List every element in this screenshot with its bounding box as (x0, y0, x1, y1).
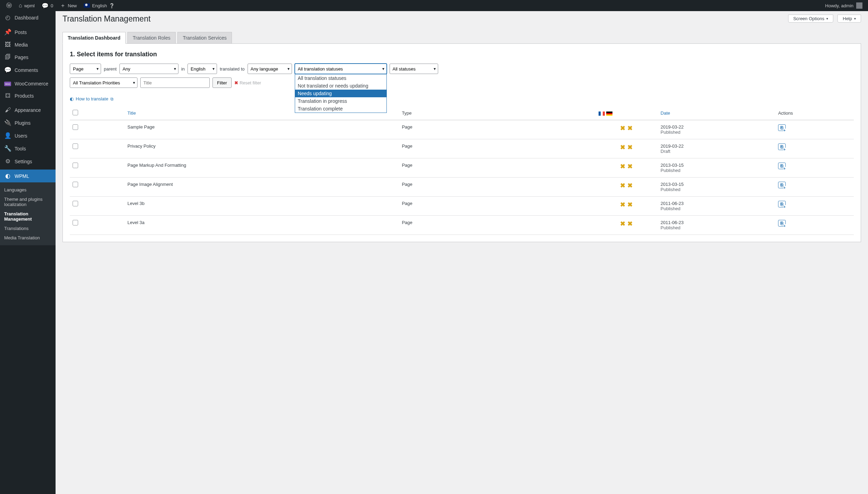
tab-dashboard[interactable]: Translation Dashboard (62, 32, 126, 44)
parent-select[interactable]: Any (119, 64, 178, 74)
submenu-media-translation[interactable]: Media Translation (0, 233, 56, 242)
row-checkbox[interactable] (73, 163, 78, 168)
table-row: Level 3b Page ✖✖ 2011-06-23Published ⎘ (70, 197, 854, 216)
sidebar-item-tools[interactable]: 🔧Tools (0, 142, 56, 155)
row-pub-status: Published (661, 168, 681, 173)
admin-sidebar: ◴Dashboard 📌Posts 🖾Media 🗐Pages 💬Comment… (0, 11, 56, 494)
row-type: Page (399, 139, 595, 158)
table-row: Sample Page Page ✖✖ 2019-03-22Published … (70, 120, 854, 139)
status-select-wrap: All translation statuses All translation… (295, 64, 387, 74)
add-translation-button[interactable]: ⎘ (778, 201, 786, 207)
wordpress-logo[interactable]: ⓦ (3, 0, 15, 11)
screen-options-button[interactable]: Screen Options▾ (788, 15, 834, 23)
row-pub-status: Published (661, 225, 681, 230)
translation-status-select[interactable]: All translation statuses (295, 64, 387, 74)
status-de[interactable]: ✖ (626, 144, 634, 151)
pub-status-select[interactable]: All statuses (390, 64, 438, 74)
status-option[interactable]: Translation in progress (295, 97, 386, 105)
status-option[interactable]: All translation statuses (295, 74, 386, 82)
row-checkbox[interactable] (73, 182, 78, 187)
media-icon: 🖾 (4, 41, 11, 48)
wpml-icon: ◐ (4, 172, 11, 180)
sidebar-item-settings[interactable]: ⚙Settings (0, 155, 56, 168)
add-translation-button[interactable]: ⎘ (778, 220, 786, 227)
sidebar-item-users[interactable]: 👤Users (0, 129, 56, 142)
status-fr[interactable]: ✖ (619, 182, 626, 189)
sidebar-item-appearance[interactable]: 🖌Appearance (0, 104, 56, 116)
row-title: Privacy Policy (125, 139, 399, 158)
row-title: Level 3a (125, 216, 399, 235)
status-fr[interactable]: ✖ (619, 201, 626, 208)
language-select[interactable]: English (187, 64, 217, 74)
main-content: Screen Options▾ Help▾ Translation Manage… (56, 11, 868, 494)
sidebar-item-dashboard[interactable]: ◴Dashboard (0, 11, 56, 24)
status-dropdown-list: All translation statuses Not translated … (295, 74, 387, 113)
help-button[interactable]: Help▾ (837, 15, 861, 23)
submenu-translations[interactable]: Translations (0, 224, 56, 233)
row-type: Page (399, 158, 595, 178)
section-title: 1. Select items for translation (70, 51, 854, 58)
row-title: Level 3b (125, 197, 399, 216)
row-type: Page (399, 178, 595, 197)
how-to-translate-link[interactable]: ◐ How to translate ⧉ (70, 96, 114, 101)
priority-select[interactable]: All Translation Priorities (70, 77, 137, 88)
filter-button[interactable]: Filter (212, 77, 232, 88)
status-de[interactable]: ✖ (626, 201, 634, 208)
col-actions-header: Actions (775, 106, 854, 120)
sidebar-item-woocommerce[interactable]: wooWooCommerce (0, 78, 56, 89)
submenu-theme-plugins[interactable]: Theme and plugins localization (0, 195, 56, 209)
status-de[interactable]: ✖ (626, 220, 634, 227)
main-panel: 1. Select items for translation Page par… (62, 44, 861, 242)
row-date: 2019-03-22Published (658, 120, 776, 139)
status-option[interactable]: Not translated or needs updating (295, 82, 386, 90)
row-checkbox[interactable] (73, 201, 78, 206)
type-select[interactable]: Page (70, 64, 101, 74)
add-translation-button[interactable]: ⎘ (778, 124, 786, 131)
status-fr[interactable]: ✖ (619, 163, 626, 170)
status-de[interactable]: ✖ (626, 125, 634, 132)
site-link[interactable]: ⌂wpml (15, 0, 38, 11)
reset-filter-link[interactable]: ✖Reset filter (234, 80, 261, 85)
tab-roles[interactable]: Translation Roles (127, 32, 175, 43)
col-date-header[interactable]: Date (658, 106, 776, 120)
add-translation-button[interactable]: ⎘ (778, 163, 786, 169)
wordpress-icon: ⓦ (6, 2, 12, 9)
tab-services[interactable]: Translation Services (177, 32, 232, 43)
row-checkbox[interactable] (73, 124, 78, 130)
row-checkbox[interactable] (73, 143, 78, 149)
row-status-flags: ✖✖ (595, 178, 658, 197)
to-language-select[interactable]: Any language (248, 64, 292, 74)
de-flag-icon (606, 112, 612, 116)
sidebar-item-pages[interactable]: 🗐Pages (0, 51, 56, 64)
language-switcher[interactable]: English❔ (80, 0, 118, 11)
user-menu[interactable]: Howdy, admin (825, 2, 865, 9)
row-actions: ⎘ (775, 139, 854, 158)
status-fr[interactable]: ✖ (619, 220, 626, 227)
select-all-checkbox[interactable] (73, 110, 78, 115)
comments-link[interactable]: 💬0 (38, 0, 57, 11)
new-link[interactable]: ＋New (57, 0, 80, 11)
add-translation-button[interactable]: ⎘ (778, 182, 786, 188)
status-fr[interactable]: ✖ (619, 144, 626, 151)
status-de[interactable]: ✖ (626, 182, 634, 189)
row-checkbox[interactable] (73, 220, 78, 225)
comment-icon: 💬 (4, 66, 11, 74)
status-option[interactable]: Translation complete (295, 105, 386, 113)
row-actions: ⎘ (775, 178, 854, 197)
sidebar-item-comments[interactable]: 💬Comments (0, 64, 56, 76)
sidebar-item-wpml[interactable]: ◐WPML (0, 170, 56, 182)
sidebar-item-posts[interactable]: 📌Posts (0, 26, 56, 39)
add-translation-button[interactable]: ⎘ (778, 143, 786, 150)
status-option[interactable]: Needs updating (295, 90, 386, 97)
row-title: Sample Page (125, 120, 399, 139)
status-de[interactable]: ✖ (626, 163, 634, 170)
status-fr[interactable]: ✖ (619, 125, 626, 132)
page-title: Translation Management (62, 11, 861, 25)
title-input[interactable] (140, 77, 210, 88)
submenu-languages[interactable]: Languages (0, 185, 56, 195)
sidebar-item-plugins[interactable]: 🔌Plugins (0, 116, 56, 129)
globe-icon: ◐ (70, 96, 74, 101)
submenu-translation-management[interactable]: Translation Management (0, 209, 56, 224)
sidebar-item-products[interactable]: ⚃Products (0, 89, 56, 102)
sidebar-item-media[interactable]: 🖾Media (0, 39, 56, 51)
